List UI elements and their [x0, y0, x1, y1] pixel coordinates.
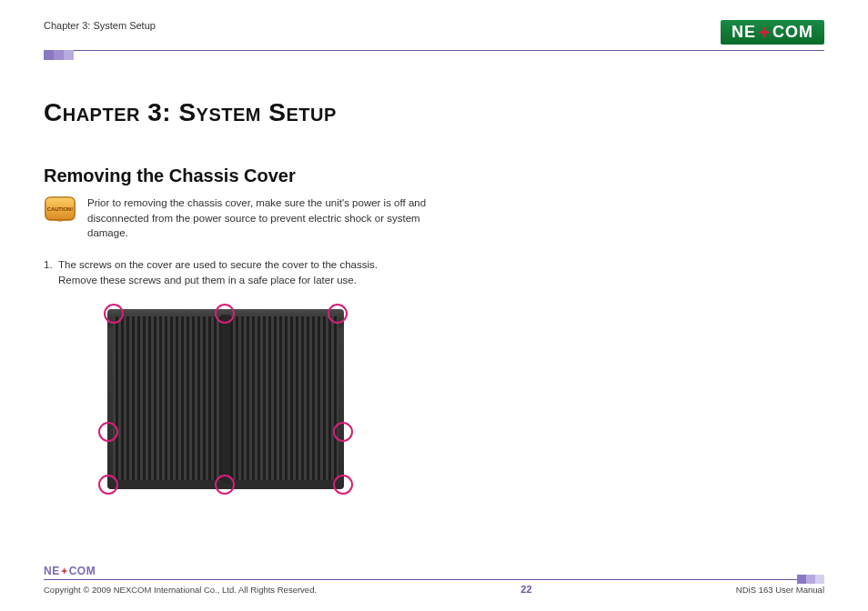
header-chapter-label: Chapter 3: System Setup [44, 20, 156, 31]
footer-brand-right: COM [69, 565, 96, 577]
brand-logo-right: COM [772, 23, 813, 42]
brand-x-icon [758, 26, 771, 39]
footer-x-icon [61, 567, 68, 575]
step-1: 1.The screws on the cover are used to se… [44, 257, 435, 287]
brand-logo-left: NE [732, 23, 756, 42]
section-title: Removing the Chassis Cover [44, 165, 824, 186]
screw-marker-8 [333, 475, 353, 495]
screw-marker-7 [215, 475, 235, 495]
svg-marker-1 [54, 220, 66, 222]
step-1-number: 1. [44, 257, 58, 273]
screw-marker-6 [98, 475, 118, 495]
caution-callout: CAUTION! Prior to removing the chassis c… [44, 195, 435, 241]
header-accent-squares [44, 50, 824, 60]
chassis-body [107, 309, 344, 489]
footer-divider [44, 579, 824, 580]
footer-brand: NE COM [44, 565, 824, 577]
chapter-title: Chapter 3: System Setup [44, 98, 824, 127]
footer-doc-name: NDiS 163 User Manual [736, 585, 824, 595]
brand-logo: NE COM [721, 20, 824, 45]
caution-icon: CAUTION! [44, 195, 76, 228]
footer-copyright: Copyright © 2009 NEXCOM International Co… [44, 585, 317, 595]
screw-marker-3 [328, 304, 348, 324]
chassis-figure [98, 304, 353, 495]
footer-brand-left: NE [44, 565, 60, 577]
footer-accent-squares [797, 575, 824, 584]
screw-marker-5 [333, 422, 353, 442]
caution-text: Prior to removing the chassis cover, mak… [87, 195, 435, 241]
svg-text:CAUTION!: CAUTION! [47, 206, 74, 212]
step-1-line1: The screws on the cover are used to secu… [58, 259, 378, 270]
step-1-line2: Remove these screws and put them in a sa… [44, 273, 435, 288]
page-number: 22 [520, 584, 531, 595]
